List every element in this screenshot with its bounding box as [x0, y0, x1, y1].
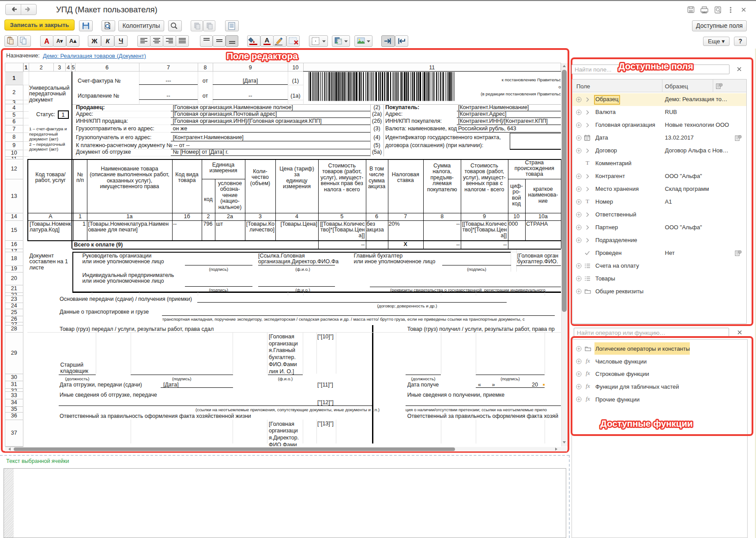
svg-text:Доступные функции: Доступные функции	[600, 418, 692, 428]
